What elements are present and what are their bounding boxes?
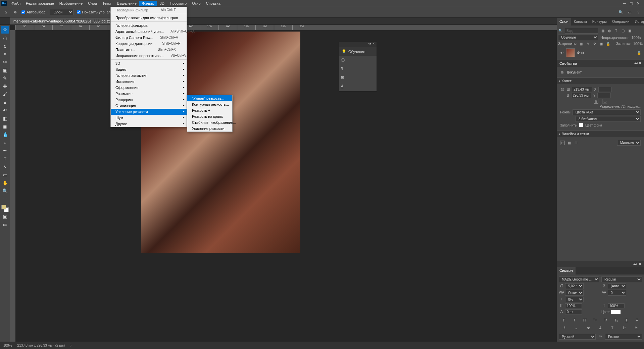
opentype-swash-btn[interactable]: 𝒶 [574, 326, 579, 331]
menu-lens-correction[interactable]: Коррекция дисторсии...Shift+Ctrl+R [111, 41, 187, 47]
menu-vanishing-point[interactable]: Исправление перспективы...Alt+Ctrl+V [111, 53, 187, 59]
link-icon[interactable]: ⛓ [560, 87, 565, 92]
unsharp-mask[interactable]: Контурная резкость... [187, 101, 232, 107]
submenu-pixelate[interactable]: Оформление [111, 85, 187, 91]
learn-tab[interactable]: 💡 Обучение [339, 47, 377, 56]
filter-adjust-icon[interactable]: ◐ [607, 29, 612, 33]
paragraph-styles-icon[interactable]: A̲ [341, 84, 346, 89]
submenu-render[interactable]: Рендеринг [111, 97, 187, 103]
smallcaps-btn[interactable]: Tᴛ [593, 318, 598, 323]
bit-depth-select[interactable]: 8 бит/канал [576, 116, 641, 122]
auto-select-checkbox[interactable]: Автовыбор: [21, 10, 46, 14]
menu-file[interactable]: Файл [9, 1, 23, 6]
subscript-btn[interactable]: T₁ [613, 318, 618, 323]
dodge-tool[interactable]: ○ [1, 139, 9, 146]
opentype-A-btn[interactable]: A [598, 326, 603, 331]
info-icon[interactable]: ⓘ [341, 58, 346, 63]
stamp-tool[interactable]: ▲ [1, 99, 9, 106]
portrait-icon[interactable]: ▯ [594, 99, 598, 104]
blend-mode-select[interactable]: Обычные [558, 35, 598, 40]
menu-liquify[interactable]: Пластика...Shift+Ctrl+X [111, 47, 187, 53]
screenmode-icon[interactable]: ▭ [1, 221, 9, 228]
strikethrough-btn[interactable]: T [634, 318, 639, 323]
menu-filter[interactable]: Фильтр [139, 1, 157, 6]
filter-type-icon[interactable]: T [614, 29, 618, 33]
pen-tool[interactable]: ✒ [1, 147, 9, 154]
paragraph-icon[interactable]: ¶ [341, 66, 346, 72]
menu-edit[interactable]: Редактирование [23, 1, 57, 6]
edit-toolbar[interactable]: ⋯ [1, 195, 9, 203]
menu-help[interactable]: Справка [203, 1, 223, 6]
lock-frame-icon[interactable]: ▣ [599, 41, 604, 46]
fill-swatch[interactable] [579, 123, 583, 128]
crop-tool[interactable]: ✂ [1, 58, 9, 66]
menu-3d[interactable]: 3D [157, 1, 167, 6]
move-tool[interactable]: ✥ [1, 26, 9, 34]
pixel-grid-icon[interactable]: ⊞ [574, 141, 578, 145]
menu-window[interactable]: Окно [189, 1, 203, 6]
lock-pixels-icon[interactable]: ▦ [579, 41, 584, 46]
layer-row[interactable]: 👁 Фон 🔒 [558, 47, 643, 58]
font-select[interactable]: MADE GoodTime ... [559, 277, 599, 282]
font-size-input[interactable]: 5,02 пт [565, 283, 584, 289]
opentype-fi-btn[interactable]: fi [562, 326, 567, 331]
menu-view[interactable]: Просмотр [167, 1, 189, 6]
ruler-icon[interactable]: ⊢ [560, 141, 565, 145]
frame-tool[interactable]: ▣ [1, 66, 9, 74]
width-scale-input[interactable] [608, 303, 625, 308]
submenu-stylize[interactable]: Стилизация [111, 103, 187, 109]
underline-btn[interactable]: T [624, 318, 629, 323]
path-tool[interactable]: ↖ [1, 163, 9, 170]
y-input[interactable] [597, 93, 611, 98]
menu-camera-raw[interactable]: Фильтр Camera Raw...Shift+Ctrl+A [111, 35, 187, 41]
kerning-select[interactable]: Оптически ... [565, 290, 584, 296]
antialiasing-select[interactable]: Резкое [605, 334, 642, 340]
menu-layers[interactable]: Слои [85, 1, 100, 6]
x-input[interactable] [598, 87, 612, 92]
submenu-blur-gallery[interactable]: Галерея размытия [111, 72, 187, 79]
eyedropper-tool[interactable]: ✎ [1, 74, 9, 82]
opentype-ordinal-btn[interactable]: 1ˢ [622, 326, 627, 331]
leading-input[interactable]: (Авто) [608, 283, 626, 289]
menu-adaptive-wide[interactable]: Адаптивный широкий угол...Alt+Shift+Ctrl… [111, 29, 187, 35]
hand-tool[interactable]: ✋ [1, 179, 9, 187]
lock-brush-icon[interactable]: ✎ [586, 41, 590, 46]
tab-paths[interactable]: Контуры [590, 18, 609, 26]
filter-shape-icon[interactable]: ▢ [621, 29, 625, 33]
sharpen-more[interactable]: Резкость + [187, 107, 232, 113]
tab-character[interactable]: Символ [557, 267, 576, 275]
text-color-swatch[interactable] [611, 310, 621, 314]
visibility-icon[interactable]: 👁 [559, 50, 564, 55]
tab-history[interactable]: История [632, 18, 644, 26]
tracking-input[interactable]: 0 [608, 290, 626, 296]
submenu-distort[interactable]: Искажение [111, 79, 187, 85]
vscale-input[interactable]: 0% [565, 297, 584, 302]
collapse-icon[interactable]: ◂◂ [368, 42, 371, 47]
submenu-3d[interactable]: 3D [111, 60, 187, 66]
menu-image[interactable]: Изображение [57, 1, 85, 6]
search-icon[interactable]: 🔍 [618, 9, 624, 15]
submenu-blur[interactable]: Размытие [111, 91, 187, 97]
brush-tool[interactable]: 🖌 [1, 91, 9, 98]
submenu-noise[interactable]: Шум [111, 115, 187, 121]
baseline-input[interactable] [565, 309, 582, 314]
blur-tool[interactable]: 💧 [1, 131, 9, 138]
fg-color[interactable] [1, 205, 6, 209]
history-brush-tool[interactable]: ↶ [1, 107, 9, 114]
smart-sharpen[interactable]: "Умная" резкость... [187, 95, 232, 101]
menu-filter-gallery[interactable]: Галерея фильтров... [111, 22, 187, 29]
layer-filter-input[interactable] [565, 28, 598, 34]
minimize-icon[interactable]: ─ [623, 1, 627, 5]
grid-icon[interactable]: ▦ [567, 141, 572, 145]
language-select[interactable]: Русский [559, 334, 596, 340]
height-input[interactable] [571, 93, 591, 98]
lock-all-icon[interactable]: 🔒 [606, 41, 610, 46]
menu-select[interactable]: Выделение [114, 1, 139, 6]
wand-tool[interactable]: ✦ [1, 50, 9, 58]
ruler-units-select[interactable]: Миллиме... [617, 140, 641, 146]
menu-text[interactable]: Текст [100, 1, 114, 6]
glyphs-icon[interactable]: ⊞ [341, 75, 346, 81]
opentype-st-btn[interactable]: st [586, 326, 591, 331]
superscript-btn[interactable]: T¹ [603, 318, 608, 323]
color-swatch[interactable] [1, 205, 9, 212]
